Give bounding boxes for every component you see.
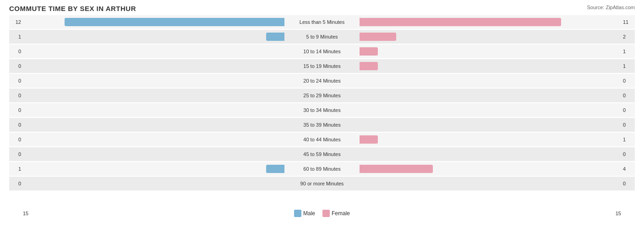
bars-section: 10 to 14 Minutes bbox=[23, 45, 621, 58]
female-side bbox=[359, 47, 621, 56]
female-side bbox=[359, 76, 621, 85]
chart-area: 12 Less than 5 Minutes 11 1 5 to 9 Minut… bbox=[9, 15, 635, 208]
male-side bbox=[23, 164, 285, 173]
female-value: 0 bbox=[621, 78, 635, 84]
row-label: 40 to 44 Minutes bbox=[285, 137, 359, 142]
female-value: 0 bbox=[621, 122, 635, 128]
female-bar bbox=[360, 33, 396, 41]
row-label: 35 to 39 Minutes bbox=[285, 122, 359, 128]
male-side bbox=[23, 32, 285, 41]
bars-section: 90 or more Minutes bbox=[23, 177, 621, 190]
row-label: 15 to 19 Minutes bbox=[285, 63, 359, 69]
male-side bbox=[23, 17, 285, 27]
row-label: 30 to 34 Minutes bbox=[285, 107, 359, 113]
female-value: 0 bbox=[621, 93, 635, 98]
male-value: 0 bbox=[9, 107, 23, 113]
male-value: 0 bbox=[9, 122, 23, 128]
male-side bbox=[23, 106, 285, 115]
bottom-right-value: 15 bbox=[616, 211, 621, 216]
chart-row: 0 25 to 29 Minutes 0 bbox=[9, 89, 635, 102]
chart-row: 0 45 to 59 Minutes 0 bbox=[9, 147, 635, 161]
chart-row: 0 30 to 34 Minutes 0 bbox=[9, 103, 635, 117]
female-side bbox=[359, 106, 621, 115]
chart-row: 1 60 to 89 Minutes 4 bbox=[9, 162, 635, 176]
male-value: 12 bbox=[9, 19, 23, 25]
male-bar bbox=[65, 18, 284, 26]
bars-section: 60 to 89 Minutes bbox=[23, 162, 621, 176]
male-bar bbox=[266, 33, 284, 41]
female-value: 1 bbox=[621, 63, 635, 69]
row-label: 45 to 59 Minutes bbox=[285, 151, 359, 157]
male-value: 0 bbox=[9, 181, 23, 186]
bars-section: 35 to 39 Minutes bbox=[23, 118, 621, 132]
female-value: 4 bbox=[621, 166, 635, 172]
female-side bbox=[359, 17, 621, 27]
chart-row: 0 10 to 14 Minutes 1 bbox=[9, 45, 635, 58]
female-value: 0 bbox=[621, 181, 635, 186]
male-side bbox=[23, 91, 285, 100]
bottom-area: 15 Male Female 15 bbox=[9, 210, 635, 217]
female-bar bbox=[360, 165, 433, 173]
female-value: 2 bbox=[621, 34, 635, 39]
female-value: 11 bbox=[621, 19, 635, 25]
female-side bbox=[359, 120, 621, 129]
legend-male: Male bbox=[294, 210, 315, 217]
source-label: Source: ZipAtlas.com bbox=[587, 5, 635, 10]
male-bar bbox=[266, 165, 284, 173]
male-value: 0 bbox=[9, 78, 23, 84]
bottom-left-value: 15 bbox=[23, 211, 28, 216]
row-label: 25 to 29 Minutes bbox=[285, 93, 359, 98]
legend: Male Female bbox=[294, 210, 350, 217]
row-label: 90 or more Minutes bbox=[285, 181, 359, 186]
female-value: 1 bbox=[621, 49, 635, 54]
female-bar bbox=[360, 18, 561, 26]
male-value: 0 bbox=[9, 151, 23, 157]
female-bar bbox=[360, 62, 378, 70]
row-label: 60 to 89 Minutes bbox=[285, 166, 359, 172]
bars-section: 40 to 44 Minutes bbox=[23, 133, 621, 146]
legend-male-label: Male bbox=[303, 210, 315, 217]
legend-female: Female bbox=[322, 210, 350, 217]
male-value: 1 bbox=[9, 166, 23, 172]
row-label: 5 to 9 Minutes bbox=[285, 34, 359, 39]
female-side bbox=[359, 32, 621, 41]
chart-row: 0 40 to 44 Minutes 1 bbox=[9, 133, 635, 146]
row-label: Less than 5 Minutes bbox=[285, 19, 359, 25]
female-value: 0 bbox=[621, 107, 635, 113]
male-value: 0 bbox=[9, 137, 23, 142]
row-label: 20 to 24 Minutes bbox=[285, 78, 359, 84]
male-side bbox=[23, 120, 285, 129]
row-label: 10 to 14 Minutes bbox=[285, 49, 359, 54]
female-side bbox=[359, 61, 621, 71]
male-value: 0 bbox=[9, 49, 23, 54]
female-value: 1 bbox=[621, 137, 635, 142]
female-side bbox=[359, 135, 621, 144]
bars-section: 30 to 34 Minutes bbox=[23, 103, 621, 117]
female-value: 0 bbox=[621, 151, 635, 157]
legend-female-label: Female bbox=[332, 210, 350, 217]
chart-row: 0 20 to 24 Minutes 0 bbox=[9, 74, 635, 88]
bars-section: 20 to 24 Minutes bbox=[23, 74, 621, 88]
chart-row: 1 5 to 9 Minutes 2 bbox=[9, 30, 635, 44]
chart-row: 12 Less than 5 Minutes 11 bbox=[9, 15, 635, 29]
male-side bbox=[23, 61, 285, 71]
female-side bbox=[359, 164, 621, 173]
female-side bbox=[359, 91, 621, 100]
bars-section: 25 to 29 Minutes bbox=[23, 89, 621, 102]
legend-female-box bbox=[322, 210, 330, 217]
male-side bbox=[23, 135, 285, 144]
male-side bbox=[23, 150, 285, 159]
male-value: 0 bbox=[9, 93, 23, 98]
chart-row: 0 90 or more Minutes 0 bbox=[9, 177, 635, 190]
male-value: 1 bbox=[9, 34, 23, 39]
male-side bbox=[23, 179, 285, 188]
female-bar bbox=[360, 135, 378, 144]
bars-section: 15 to 19 Minutes bbox=[23, 59, 621, 73]
male-side bbox=[23, 47, 285, 56]
chart-container: COMMUTE TIME BY SEX IN ARTHUR Source: Zi… bbox=[0, 0, 644, 240]
chart-row: 0 35 to 39 Minutes 0 bbox=[9, 118, 635, 132]
male-side bbox=[23, 76, 285, 85]
bars-section: 5 to 9 Minutes bbox=[23, 30, 621, 44]
chart-title: COMMUTE TIME BY SEX IN ARTHUR bbox=[9, 5, 635, 12]
female-side bbox=[359, 150, 621, 159]
